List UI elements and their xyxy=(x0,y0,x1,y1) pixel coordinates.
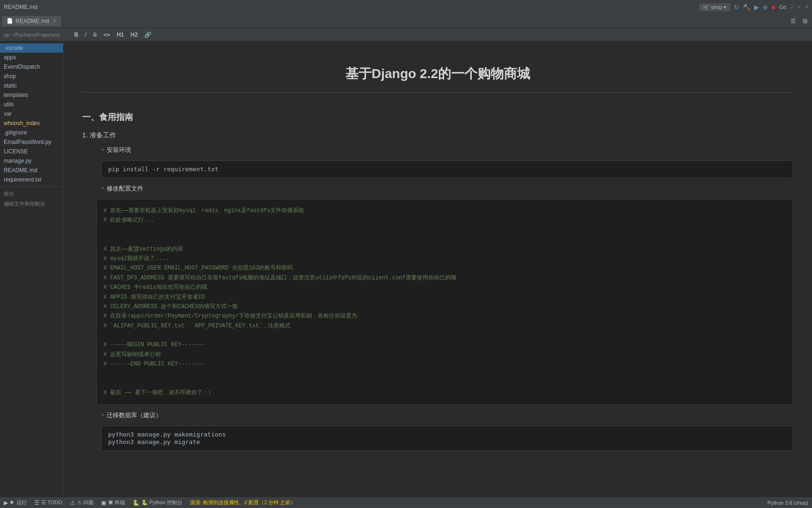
code-button[interactable]: <> xyxy=(101,31,112,39)
sidebar-item-requirement[interactable]: requirement.txt xyxy=(0,175,63,184)
tab-bar: 📄 README.md ✕ ☰ ⊞ xyxy=(0,14,812,28)
comment-block: # 首先——需要在机器上安装好mysql、redis、nginx及fastdfs… xyxy=(96,199,793,405)
sidebar-item-vscode[interactable]: .vscode xyxy=(0,43,63,53)
python-icon: 🐍 xyxy=(133,500,140,506)
sidebar-item-eventdispatch[interactable]: EventDispatch xyxy=(0,62,63,71)
sidebar-item-manage[interactable]: manage.py xyxy=(0,156,63,166)
code-content-install: pip install -r requirement.txt xyxy=(108,166,219,173)
sub-item-config: 修改配置文件 xyxy=(101,184,793,193)
comment-line xyxy=(103,235,786,244)
comment-line xyxy=(103,379,786,388)
comment-line: # CELERY_ADDRESS 这个和CACHES的填写方式一致 xyxy=(103,302,786,311)
sidebar-item-readme[interactable]: README.md xyxy=(0,166,63,175)
page-title: 基于Django 2.2的一个购物商城 xyxy=(82,51,793,93)
code-migrate-line1: python3 manage.py makemigrations xyxy=(108,431,226,438)
git-check1: ✓ xyxy=(790,4,794,10)
italic-button[interactable]: I xyxy=(83,31,89,39)
comment-line: # -----BEGIN PUBLIC KEY------- xyxy=(103,340,786,349)
comment-line: # 在目录/apps/order/Payment/Cryptography/下存… xyxy=(103,311,786,321)
terminal-status[interactable]: ▣ ▣ 终端 xyxy=(101,499,125,506)
chevron-down-icon: ▾ xyxy=(724,4,726,10)
title-bar: README.md 🛒 shop ▾ ↻ 🔨 ▶ ⊕ ■ Git: ✓ ✓ ↗ xyxy=(0,0,812,14)
code-block-migrate: python3 manage.py makemigrations python3… xyxy=(101,426,793,451)
comment-line: # CACHES 中redis地址也写你自己的哦 xyxy=(103,283,786,292)
shop-dropdown[interactable]: 🛒 shop ▾ xyxy=(699,3,730,11)
comment-line: # ------END PUBLIC KEY-------- xyxy=(103,359,786,369)
comment-line xyxy=(103,369,786,379)
window-title: README.md xyxy=(4,4,37,10)
comment-line: # 这里写秘钥或者公钥 xyxy=(103,350,786,359)
python-console-status[interactable]: 🐍 🐍 Python 控制台 xyxy=(133,499,182,506)
problems-icon: ⚠ xyxy=(70,500,75,506)
comment-line: # `ALIPAY_PUBLIC_KEY.txt` `APP_PRIVATE_K… xyxy=(103,321,786,331)
view-list-icon[interactable]: ☰ xyxy=(788,16,798,26)
comment-line: # APPID 填写你自己的支付宝开发者ID xyxy=(103,293,786,302)
md-format-buttons: B I S <> H1 H2 🔗 xyxy=(72,31,154,39)
comment-line xyxy=(103,331,786,340)
view-split-icon[interactable]: ⊞ xyxy=(800,16,810,26)
problems-status[interactable]: ⚠ ⚠ 问题 xyxy=(70,499,94,506)
close-tab-icon[interactable]: ✕ xyxy=(53,18,56,24)
run-status[interactable]: ▶ ▶ 运行 xyxy=(4,499,27,506)
list-item-1: 1. 准备工作 xyxy=(82,131,793,140)
h1-button[interactable]: H1 xyxy=(114,31,126,39)
sidebar-item-shop[interactable]: shop xyxy=(0,71,63,81)
coverage-icon[interactable]: ⊕ xyxy=(763,4,768,11)
sidebar-item-gitignore[interactable]: .gitignore xyxy=(0,128,63,137)
strikethrough-button[interactable]: S xyxy=(91,31,99,39)
comment-line: # mysql我就不说了.... xyxy=(103,254,786,263)
comment-line: # 最后 —— 看下一项吧，就不吓唬你了：） xyxy=(103,388,786,397)
sidebar-item-var[interactable]: var xyxy=(0,109,63,119)
sidebar-section2-label: 编辑文件和控制台 xyxy=(0,198,63,208)
content-area[interactable]: 基于Django 2.2的一个购物商城 一、食用指南 1. 准备工作 安装环境 … xyxy=(63,41,812,497)
git-check2: ✓ xyxy=(797,4,801,10)
git-status: Git: ✓ ✓ ↗ xyxy=(779,4,808,10)
warning-status: 源源: 检测到连接属性、// 配置（2 分钟 之前） xyxy=(190,499,296,506)
readme-tab[interactable]: 📄 README.md ✕ xyxy=(2,16,61,26)
sidebar-item-static[interactable]: static xyxy=(0,81,63,90)
sidebar-section-label: 部分 xyxy=(0,189,63,198)
link-button[interactable]: 🔗 xyxy=(142,31,154,39)
sidebar-item-apps[interactable]: apps xyxy=(0,53,63,62)
todo-status[interactable]: ☰ ☰ TODO xyxy=(34,500,62,506)
comment-line xyxy=(103,225,786,235)
sidebar-item-emailpassword[interactable]: EmailPassWord.py xyxy=(0,137,63,147)
comment-line: # FAST_DFS_ADDRESS 需要填写你自己安装fastdfs电脑的地址… xyxy=(103,273,786,283)
code-block-install: pip install -r requirement.txt xyxy=(101,160,793,178)
sub-item-install: 安装环境 xyxy=(101,146,793,154)
sidebar-item-templates[interactable]: templates xyxy=(0,90,63,100)
file-path: op ~/PycharmProjects/sl xyxy=(4,32,60,38)
stop-icon[interactable]: ■ xyxy=(772,4,775,11)
code-migrate-line2: python3 manage.py migrate xyxy=(108,438,200,445)
h2-button[interactable]: H2 xyxy=(128,31,140,39)
build-icon[interactable]: 🔨 xyxy=(743,4,750,11)
git-arrow: ↗ xyxy=(804,4,808,10)
toolbar-actions: ☰ ⊞ xyxy=(788,16,810,26)
comment-line: # EMAIL_HOST_USER EMAIL_HOST_PASSWORD 分别… xyxy=(103,263,786,273)
comment-line: # 其次——配置settings的内容 xyxy=(103,245,786,254)
comment-line: # 此处省略亿行... xyxy=(103,215,786,225)
run-icon[interactable]: ▶ xyxy=(754,4,759,11)
run-icon: ▶ xyxy=(4,500,8,506)
md-file-icon: 📄 xyxy=(7,18,13,24)
sidebar-item-whoosh-index[interactable]: whoosh_index xyxy=(0,119,63,128)
status-bar: ▶ ▶ 运行 ☰ ☰ TODO ⚠ ⚠ 问题 ▣ ▣ 终端 🐍 🐍 Python… xyxy=(0,497,812,508)
md-toolbar: op ~/PycharmProjects/sl B I S <> H1 H2 🔗 xyxy=(0,28,812,41)
terminal-icon: ▣ xyxy=(101,500,106,506)
sidebar-item-license[interactable]: LICENSE xyxy=(0,147,63,156)
todo-icon: ☰ xyxy=(34,500,39,506)
comment-line: # 首先——需要在机器上安装好mysql、redis、nginx及fastdfs… xyxy=(103,206,786,215)
reload-icon[interactable]: ↻ xyxy=(734,4,739,11)
sidebar: .vscode apps EventDispatch shop static t… xyxy=(0,41,63,497)
main-layout: .vscode apps EventDispatch shop static t… xyxy=(0,41,812,497)
python-version-status[interactable]: Python 3.8 (shop) xyxy=(767,500,808,506)
sidebar-divider xyxy=(0,186,63,187)
bold-button[interactable]: B xyxy=(72,31,81,39)
sidebar-item-utils[interactable]: utils xyxy=(0,100,63,109)
shop-icon: 🛒 xyxy=(703,4,710,10)
title-bar-right: 🛒 shop ▾ ↻ 🔨 ▶ ⊕ ■ Git: ✓ ✓ ↗ xyxy=(699,3,808,11)
sub-item-migrate: 迁移数据库（建议） xyxy=(101,411,793,420)
tab-label: README.md xyxy=(16,18,49,24)
section1-heading: 一、食用指南 xyxy=(82,111,793,123)
